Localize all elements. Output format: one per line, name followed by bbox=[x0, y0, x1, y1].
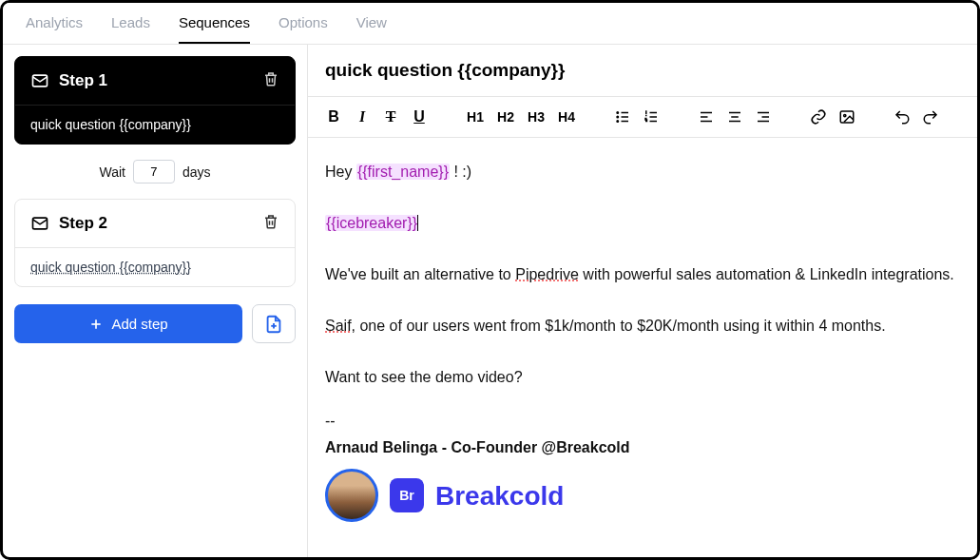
body-line: Want to see the demo video? bbox=[325, 364, 960, 391]
wait-label-before: Wait bbox=[99, 164, 125, 180]
h2-button[interactable]: H2 bbox=[494, 106, 517, 127]
nav-leads[interactable]: Leads bbox=[111, 14, 150, 44]
step-title: Step 1 bbox=[59, 71, 253, 90]
delete-step-button[interactable] bbox=[262, 213, 279, 234]
numbered-list-button[interactable] bbox=[641, 106, 662, 127]
rich-text-toolbar: B I T U H1 H2 H3 H4 bbox=[308, 97, 977, 138]
bullet-list-button[interactable] bbox=[612, 106, 633, 127]
body-line: Hey {{first_name}} ! :) bbox=[325, 159, 960, 185]
align-center-button[interactable] bbox=[724, 106, 745, 127]
nav-analytics[interactable]: Analytics bbox=[26, 14, 83, 44]
body-line: We've built an alternative to Pipedrive … bbox=[325, 261, 960, 288]
step-title: Step 2 bbox=[59, 214, 253, 233]
body-line: Saif, one of our users went from $1k/mon… bbox=[325, 313, 960, 339]
svg-point-3 bbox=[617, 116, 619, 118]
align-right-button[interactable] bbox=[753, 106, 774, 127]
wait-days-input[interactable] bbox=[133, 160, 175, 183]
link-button[interactable] bbox=[808, 106, 829, 127]
wait-label-after: days bbox=[183, 164, 211, 180]
strikethrough-button[interactable]: T bbox=[380, 106, 401, 127]
undo-button[interactable] bbox=[892, 106, 913, 127]
align-left-button[interactable] bbox=[696, 106, 717, 127]
add-step-button[interactable]: Add step bbox=[14, 304, 242, 343]
top-nav: Analytics Leads Sequences Options View bbox=[3, 3, 977, 45]
h3-button[interactable]: H3 bbox=[525, 106, 548, 127]
signature-line: Arnaud Belinga - Co-Founder @Breakcold bbox=[325, 434, 960, 461]
h1-button[interactable]: H1 bbox=[464, 106, 487, 127]
mail-icon bbox=[30, 71, 49, 90]
step-subject: quick question {{company}} bbox=[15, 247, 295, 286]
bold-button[interactable]: B bbox=[323, 106, 344, 127]
step-card[interactable]: Step 1 quick question {{company}} bbox=[14, 56, 296, 145]
avatar bbox=[325, 469, 378, 522]
image-button[interactable] bbox=[836, 106, 857, 127]
body-line: {{icebreaker}} bbox=[325, 210, 960, 237]
email-subject-input[interactable]: quick question {{company}} bbox=[308, 45, 977, 97]
delete-step-button[interactable] bbox=[262, 70, 279, 91]
step-subject: quick question {{company}} bbox=[15, 105, 295, 144]
nav-options[interactable]: Options bbox=[279, 14, 328, 44]
variable-first-name: {{first_name}} bbox=[356, 164, 450, 180]
brand-badge-icon: Br bbox=[390, 478, 424, 512]
variable-icebreaker: {{icebreaker}} bbox=[325, 215, 418, 231]
nav-sequences[interactable]: Sequences bbox=[179, 14, 250, 44]
h4-button[interactable]: H4 bbox=[555, 106, 578, 127]
italic-button[interactable]: I bbox=[352, 106, 373, 127]
redo-button[interactable] bbox=[920, 106, 941, 127]
mail-icon bbox=[30, 214, 49, 233]
steps-sidebar: Step 1 quick question {{company}} Wait d… bbox=[3, 45, 307, 557]
wait-row: Wait days bbox=[14, 156, 296, 187]
svg-point-6 bbox=[844, 114, 846, 116]
brand-name: Breakcold bbox=[435, 473, 564, 519]
svg-point-4 bbox=[617, 121, 619, 123]
nav-view[interactable]: View bbox=[356, 14, 387, 44]
signature-separator: -- bbox=[325, 408, 960, 434]
editor-area: quick question {{company}} B I T U H1 H2… bbox=[307, 45, 977, 557]
svg-point-2 bbox=[617, 112, 619, 114]
template-button[interactable] bbox=[252, 304, 296, 343]
email-body-editor[interactable]: Hey {{first_name}} ! :) {{icebreaker}} W… bbox=[308, 138, 977, 557]
underline-button[interactable]: U bbox=[409, 106, 430, 127]
add-step-label: Add step bbox=[111, 316, 167, 332]
step-card[interactable]: Step 2 quick question {{company}} bbox=[14, 199, 296, 287]
